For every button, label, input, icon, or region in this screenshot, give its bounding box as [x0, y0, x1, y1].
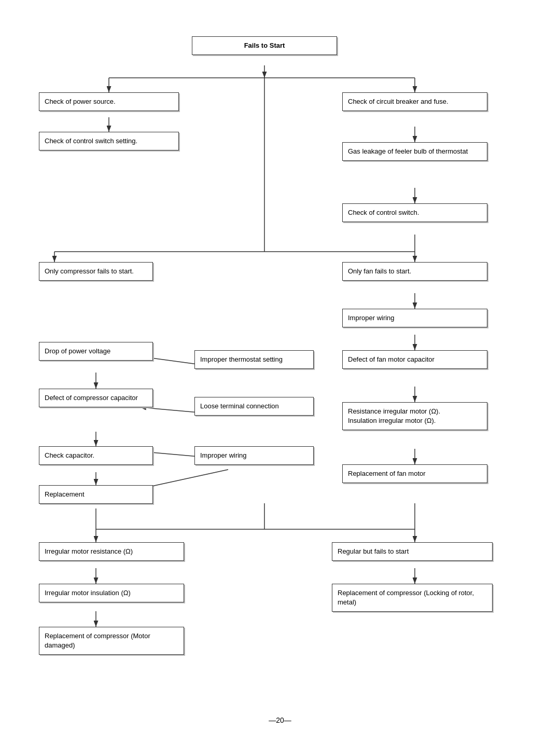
page-number: —20—: [10, 716, 550, 724]
defect-fan-motor-cap-box: Defect of fan motor capacitor: [342, 350, 487, 369]
svg-line-20: [140, 470, 228, 489]
page: Fails to Start Check of power source. Ch…: [0, 0, 560, 729]
only-compressor-fails-box: Only compressor fails to start.: [39, 262, 153, 281]
irregular-motor-resistance-box: Irregular motor resistance (Ω): [39, 542, 184, 561]
defect-compressor-cap-box: Defect of compressor capacitor: [39, 389, 153, 407]
replacement-compressor-locking-box: Replacement of compressor (Locking of ro…: [332, 584, 493, 612]
improper-wiring-center-box: Improper wiring: [194, 446, 314, 465]
improper-thermostat-box: Improper thermostat setting: [194, 350, 314, 369]
check-circuit-breaker-box: Check of circuit breaker and fuse.: [342, 92, 487, 111]
irregular-motor-insulation-box: Irregular motor insulation (Ω): [39, 584, 184, 602]
improper-wiring-right-box: Improper wiring: [342, 309, 487, 327]
resistance-irregular-box: Resistance irregular motor (Ω). Insulati…: [342, 402, 487, 430]
check-control-switch-setting-box: Check of control switch setting.: [39, 132, 179, 150]
loose-terminal-box: Loose terminal connection: [194, 397, 314, 416]
fails-to-start-box: Fails to Start: [192, 36, 337, 55]
gas-leakage-box: Gas leakage of feeler bulb of thermostat: [342, 142, 487, 161]
regular-but-fails-box: Regular but fails to start: [332, 542, 493, 561]
replacement-compressor-motor-box: Replacement of compressor (Motor damaged…: [39, 627, 184, 655]
only-fan-fails-box: Only fan fails to start.: [342, 262, 487, 281]
drop-power-voltage-box: Drop of power voltage: [39, 342, 153, 361]
replacement-box: Replacement: [39, 485, 153, 504]
flowchart: Fails to Start Check of power source. Ch…: [10, 16, 550, 711]
check-power-source-box: Check of power source.: [39, 92, 179, 111]
replacement-fan-motor-box: Replacement of fan motor: [342, 464, 487, 483]
check-control-switch-box: Check of control switch.: [342, 203, 487, 222]
check-capacitor-box: Check capacitor.: [39, 446, 153, 465]
